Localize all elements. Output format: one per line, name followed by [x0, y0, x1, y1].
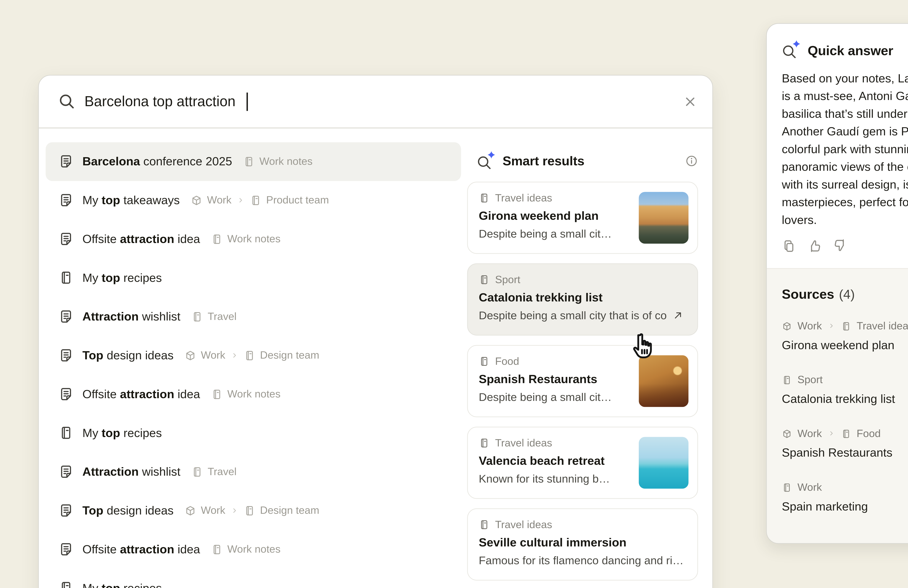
result-location-badge: Work notes	[243, 155, 312, 167]
result-title: Offsite attraction idea	[82, 232, 200, 246]
smart-result-card[interactable]: Sport Catalonia trekking list Despite be…	[467, 263, 698, 335]
card-category: Travel ideas	[479, 192, 626, 204]
workspace-cube-icon	[185, 350, 196, 361]
chevron-right-icon	[236, 196, 245, 204]
page-icon	[782, 482, 792, 492]
result-title: Offsite attraction idea	[82, 542, 200, 556]
search-results-list: Barcelona conference 2025 Work notes My …	[45, 142, 465, 588]
card-category: Sport	[479, 273, 686, 286]
smart-results-title: Smart results	[503, 154, 584, 169]
search-bar[interactable]: Barcelona top attraction	[39, 76, 712, 127]
card-description: Despite being a small cit…	[479, 227, 626, 240]
smart-result-card[interactable]: Travel ideas Girona weekend plan Despite…	[467, 181, 698, 254]
result-title: Top design ideas	[82, 348, 174, 362]
result-row[interactable]: Offsite attraction idea Work notes	[45, 530, 461, 569]
close-button[interactable]	[683, 94, 697, 109]
result-location-badge: WorkProduct team	[191, 194, 329, 206]
card-description: Known for its stunning b…	[479, 472, 626, 485]
smart-result-card[interactable]: Food Spanish Restaurants Despite being a…	[467, 345, 698, 417]
page-icon	[250, 194, 261, 206]
smart-result-card[interactable]: Travel ideas Valencia beach retreat Know…	[467, 426, 698, 498]
result-title: Attraction wishlist	[82, 464, 180, 479]
source-item[interactable]: Work Spain marketing	[782, 481, 908, 514]
page-icon	[244, 350, 255, 361]
note-icon	[59, 464, 74, 479]
card-title: Girona weekend plan	[479, 209, 626, 223]
source-title: Spanish Restaurants	[782, 446, 908, 460]
quick-answer-actions	[767, 239, 908, 253]
note-icon	[59, 231, 74, 246]
workspace-cube-icon	[782, 321, 792, 331]
thumbs-up-icon[interactable]	[808, 239, 822, 253]
result-title: Offsite attraction idea	[82, 387, 200, 401]
source-title: Catalonia trekking list	[782, 392, 908, 406]
page-icon	[841, 429, 851, 439]
page-icon	[479, 274, 489, 285]
page-icon	[479, 437, 489, 448]
card-category: Food	[479, 355, 626, 367]
card-title: Spanish Restaurants	[479, 372, 626, 386]
note-icon	[59, 387, 74, 402]
sources-section: Sources (4) Work Travel ideas Girona wee…	[767, 268, 908, 543]
result-row[interactable]: Offsite attraction idea Work notes	[45, 219, 461, 258]
search-dropdown-panel: Barcelona top attraction Barcelona confe…	[38, 75, 713, 588]
card-category: Travel ideas	[479, 518, 686, 531]
page-icon	[782, 374, 792, 385]
card-description: Famous for its flamenco dancing and ri…	[479, 554, 686, 567]
quick-answer-header: Quick answer	[767, 24, 908, 59]
thumbs-down-icon[interactable]	[834, 239, 848, 253]
note-icon	[59, 348, 74, 363]
result-location-badge: WorkDesign team	[185, 504, 319, 517]
girona-photo	[639, 192, 689, 243]
workspace-cube-icon	[782, 429, 792, 439]
result-row[interactable]: Top design ideas WorkDesign team	[45, 491, 461, 530]
page-icon	[59, 580, 74, 588]
info-icon[interactable]	[685, 154, 698, 167]
smart-result-card[interactable]: Travel ideas Seville cultural immersion …	[467, 508, 698, 580]
valencia-photo	[639, 437, 689, 488]
result-location-badge: Work notes	[211, 233, 280, 245]
app-window: Barcelona top attraction Barcelona confe…	[0, 0, 908, 588]
note-icon	[59, 193, 74, 207]
result-location-badge: Travel	[191, 466, 237, 478]
source-item[interactable]: Work Food Spanish Restaurants	[782, 427, 908, 460]
result-row[interactable]: My top recipes	[45, 258, 461, 297]
result-location-badge: WorkDesign team	[185, 349, 319, 361]
card-title: Seville cultural immersion	[479, 535, 686, 549]
result-row[interactable]: Offsite attraction idea Work notes	[45, 374, 461, 413]
result-location-badge: Travel	[191, 310, 237, 323]
result-location-badge: Work notes	[211, 388, 280, 400]
result-row[interactable]: Top design ideas WorkDesign team	[45, 336, 461, 375]
source-breadcrumb: Work Food	[782, 427, 908, 440]
smart-results-header: Smart results	[467, 152, 698, 170]
result-row[interactable]: Attraction wishlist Travel	[45, 297, 461, 336]
text-caret	[246, 92, 248, 111]
arrow-up-right-icon	[672, 309, 684, 321]
chevron-right-icon	[828, 429, 836, 437]
note-icon	[59, 542, 74, 557]
chevron-right-icon	[230, 506, 239, 515]
note-icon	[59, 154, 74, 169]
page-icon	[211, 233, 223, 245]
page-icon	[59, 270, 74, 285]
result-location-badge: Work notes	[211, 543, 280, 556]
quick-answer-icon	[782, 42, 800, 59]
source-item[interactable]: Work Travel ideas Girona weekend plan	[782, 320, 908, 353]
result-row[interactable]: My top recipes	[45, 413, 461, 452]
workspace-cube-icon	[191, 194, 202, 206]
page-icon	[479, 355, 489, 366]
card-description: Despite being a small cit…	[479, 390, 626, 403]
result-row[interactable]: My top takeaways WorkProduct team	[45, 181, 461, 220]
search-input[interactable]: Barcelona top attraction	[84, 93, 235, 109]
card-description: Despite being a small city that is of co	[479, 309, 686, 321]
copy-icon[interactable]	[782, 239, 796, 253]
result-row[interactable]: Barcelona conference 2025 Work notes	[45, 142, 461, 181]
source-breadcrumb: Sport	[782, 374, 908, 386]
chevron-right-icon	[828, 322, 836, 330]
source-title: Spain marketing	[782, 500, 908, 514]
result-row[interactable]: Attraction wishlist Travel	[45, 452, 461, 491]
result-row[interactable]: My top recipes	[45, 569, 461, 588]
source-item[interactable]: Sport Catalonia trekking list	[782, 374, 908, 406]
source-breadcrumb: Work Travel ideas	[782, 320, 908, 332]
page-icon	[243, 156, 254, 167]
